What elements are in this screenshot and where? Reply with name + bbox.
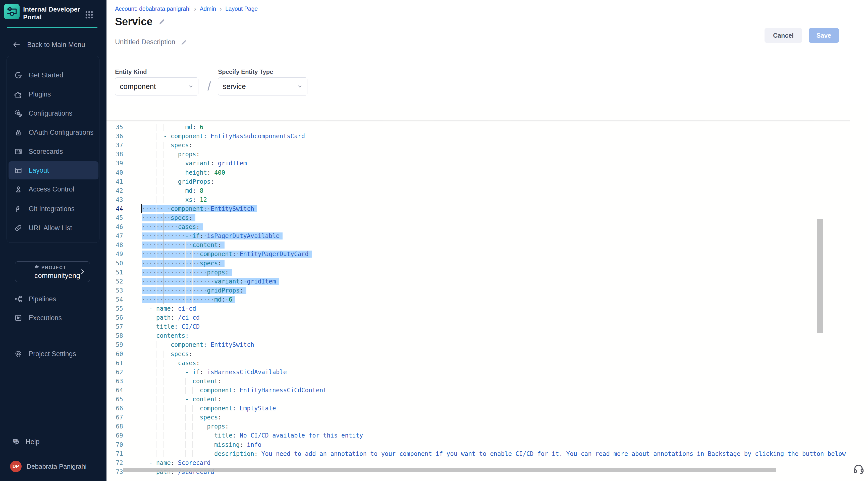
sidebar-item-configurations[interactable]: Configurations: [8, 104, 98, 122]
entity-kind-dropdown[interactable]: component: [115, 78, 198, 95]
code-line-61[interactable]: 61 cases:: [106, 359, 850, 368]
brand-divider: [7, 27, 97, 28]
branch-icon: [13, 204, 23, 214]
editor-scroll-shadow: [106, 120, 850, 122]
idp-logo-icon[interactable]: [4, 4, 20, 19]
code-line-65[interactable]: 65 - content:: [106, 395, 850, 404]
code-line-56[interactable]: 56 path: /ci-cd: [106, 313, 850, 323]
code-line-46[interactable]: 46··········cases:: [106, 222, 850, 232]
code-line-49[interactable]: 49················component:·EntityPager…: [106, 249, 850, 259]
edit-title-pencil-icon[interactable]: [158, 18, 165, 25]
sidebar-item-layout[interactable]: Layout: [8, 161, 98, 179]
code-line-57[interactable]: 57 title: CI/CD: [106, 322, 850, 331]
sidebar-item-get-started[interactable]: Get Started: [8, 66, 98, 84]
code-line-71[interactable]: 71 description: You need to add an annot…: [106, 449, 850, 459]
code-line-58[interactable]: 58 contents:: [106, 331, 850, 340]
sidebar-item-access-control[interactable]: Access Control: [8, 180, 98, 198]
lock-icon: [13, 128, 23, 137]
sidebar-item-git-integrations[interactable]: Git Integrations: [8, 200, 98, 218]
sidebar-item-label: Scorecards: [29, 148, 63, 156]
sidebar-item-label: OAuth Configurations: [29, 129, 93, 137]
code-line-37[interactable]: 37 specs:: [106, 141, 850, 150]
code-line-72[interactable]: 72 - name: Scorecard: [106, 458, 850, 468]
code-line-60[interactable]: 60 specs:: [106, 350, 850, 359]
line-number: 50: [106, 259, 123, 268]
layout-icon: [13, 166, 23, 175]
code-line-36[interactable]: 36 - component: EntityHasSubcomponentsCa…: [106, 132, 850, 141]
breadcrumb-admin-link[interactable]: Admin: [200, 5, 216, 12]
code-line-67[interactable]: 67 specs:: [106, 413, 850, 422]
breadcrumb-account-link[interactable]: Account: debabrata.panigrahi: [115, 5, 191, 12]
code-line-50[interactable]: 50················specs:: [106, 259, 850, 268]
line-number: 55: [106, 304, 123, 313]
sidebar-item-scorecards[interactable]: Scorecards: [8, 143, 98, 160]
line-number: 36: [106, 132, 123, 141]
code-line-66[interactable]: 66 component: EmptyState: [106, 404, 850, 413]
code-line-45[interactable]: 45········specs:: [106, 213, 850, 223]
get-started-icon: [13, 70, 23, 80]
line-number: 53: [106, 286, 123, 295]
chevron-right-icon: [79, 268, 86, 275]
cancel-button[interactable]: Cancel: [765, 28, 802, 43]
line-number: 46: [106, 222, 123, 232]
breadcrumb-layout-page-link[interactable]: Layout Page: [225, 5, 258, 12]
code-line-35[interactable]: 35 md: 6: [106, 123, 850, 132]
pipeline-icon: [13, 294, 23, 304]
sidebar-item-label: Get Started: [29, 71, 63, 79]
sidebar-item-oauth-configurations[interactable]: OAuth Configurations: [8, 123, 98, 142]
sidebar-item-pipelines[interactable]: Pipelines: [8, 290, 98, 308]
code-line-51[interactable]: 51··················props:: [106, 268, 850, 277]
line-number: 57: [106, 322, 123, 331]
page-title: Service: [115, 16, 152, 28]
code-line-64[interactable]: 64 component: EntityHarnessCiCdContent: [106, 386, 850, 395]
sidebar-item-executions[interactable]: Executions: [8, 309, 98, 327]
editor-right-border: [850, 103, 850, 481]
support-headset-icon[interactable]: [851, 461, 866, 476]
help-button[interactable]: ? Help: [7, 433, 99, 451]
line-number: 37: [106, 141, 123, 150]
sidebar-divider: [7, 337, 91, 337]
code-line-38[interactable]: 38 props:: [106, 150, 850, 159]
entity-type-dropdown[interactable]: service: [218, 78, 307, 95]
code-line-62[interactable]: 62 - if: isHarnessCiCdAvailable: [106, 368, 850, 377]
code-line-70[interactable]: 70 missing: info: [106, 440, 850, 450]
edit-description-pencil-icon[interactable]: [180, 39, 187, 46]
code-line-55[interactable]: 55 - name: ci-cd: [106, 304, 850, 313]
code-line-47[interactable]: 47············-·if:·isPagerDutyAvailable: [106, 232, 850, 241]
project-selector[interactable]: PROJECT communityeng: [15, 261, 90, 282]
line-number: 59: [106, 340, 123, 349]
user-menu[interactable]: DP Debabrata Panigrahi: [7, 457, 103, 476]
code-line-41[interactable]: 41 gridProps:: [106, 177, 850, 186]
code-line-40[interactable]: 40 height: 400: [106, 168, 850, 177]
line-number: 41: [106, 177, 123, 186]
app-grid-icon[interactable]: [85, 10, 93, 19]
back-to-main-menu-button[interactable]: Back to Main Menu: [7, 37, 99, 53]
breadcrumb-separator: ›: [194, 6, 196, 12]
code-line-68[interactable]: 68 props:: [106, 422, 850, 431]
code-line-54[interactable]: 54····················md:·6: [106, 295, 850, 304]
save-button[interactable]: Save: [809, 28, 839, 43]
line-number: 47: [106, 232, 123, 241]
code-line-43[interactable]: 43 xs: 12: [106, 195, 850, 205]
code-line-44[interactable]: 44······-·component:·EntitySwitch: [106, 204, 850, 214]
code-line-63[interactable]: 63 content:: [106, 377, 850, 386]
code-line-69[interactable]: 69 title: No CI/CD available for this en…: [106, 431, 850, 440]
line-number: 39: [106, 159, 123, 168]
vertical-scrollbar-thumb[interactable]: [817, 219, 823, 333]
sidebar-item-plugins[interactable]: Plugins: [8, 85, 98, 103]
yaml-layout-editor[interactable]: 35 md: 636 - component: EntityHasSubcomp…: [106, 103, 868, 481]
sidebar-item-url-allow-list[interactable]: URL Allow List: [8, 219, 98, 237]
code-line-42[interactable]: 42 md: 8: [106, 186, 850, 196]
line-number: 58: [106, 331, 123, 340]
breadcrumb-separator: ›: [219, 6, 222, 12]
code-line-52[interactable]: 52····················variant:·gridItem: [106, 277, 850, 286]
gear-icon: [13, 349, 23, 359]
code-line-48[interactable]: 48··············content:: [106, 241, 850, 250]
code-line-39[interactable]: 39 variant: gridItem: [106, 159, 850, 168]
horizontal-scrollbar-thumb[interactable]: [123, 468, 776, 472]
code-line-53[interactable]: 53··················gridProps:: [106, 286, 850, 295]
sidebar-item-project-settings[interactable]: Project Settings: [8, 345, 98, 363]
user-name: Debabrata Panigrahi: [27, 463, 87, 471]
line-number: 54: [106, 295, 123, 304]
code-line-59[interactable]: 59 - component: EntitySwitch: [106, 340, 850, 350]
